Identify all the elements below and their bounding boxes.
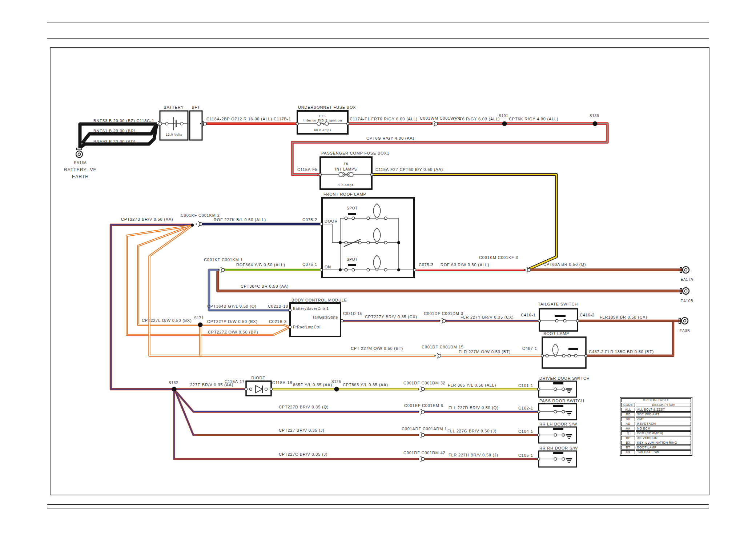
pass-ground xyxy=(567,413,571,414)
fuse-f5-symbol xyxy=(339,172,343,177)
contact xyxy=(554,434,557,436)
pin-icon xyxy=(371,173,373,176)
label-frc: FrRoofLmpCtrl xyxy=(293,325,321,329)
contact xyxy=(345,217,347,220)
rrrh-ground xyxy=(568,462,570,463)
option-description: KEY ILLUMINATION RING xyxy=(636,441,691,445)
pin-icon xyxy=(320,223,323,225)
label-pass-sw: PASS DOOR SWITCH xyxy=(539,399,584,403)
rrlh-bar xyxy=(553,428,563,430)
label-c416-2: C416-2 xyxy=(580,313,595,317)
option-code: BP xyxy=(621,436,635,440)
contact xyxy=(384,241,387,244)
contact xyxy=(574,354,577,357)
connector-icon xyxy=(435,122,438,125)
boot-lamp-box xyxy=(542,337,586,368)
roof-lamp-spot1 xyxy=(376,217,378,219)
label-battery: BATTERY xyxy=(164,105,184,109)
label-cpt227y: CPT227Y BR/V 0.35 (CX) xyxy=(365,315,417,319)
label-s139: S139 xyxy=(590,114,599,118)
label-ef1-desc: Interior F/B 2 Ignition xyxy=(303,118,342,122)
connector-icon xyxy=(199,223,202,225)
contact xyxy=(568,354,571,357)
label-int-lamps: INT LAMPS xyxy=(335,167,357,171)
rrrh-ground xyxy=(566,458,572,459)
label-tgs: TailGateState xyxy=(313,315,338,319)
connector-icon xyxy=(528,268,531,271)
contact xyxy=(367,268,370,271)
connector-icon xyxy=(418,388,419,390)
rrlh-ground xyxy=(567,436,571,438)
contact xyxy=(345,241,347,244)
label-c115a17: C115A-17 xyxy=(225,379,245,384)
label-cpt227j: CPT227 BR/V 0.35 (J) xyxy=(279,428,324,432)
wiring-diagram-page: { "page": {"background": "#ffffff", "she… xyxy=(0,0,756,535)
label-c101-1: C101-1 xyxy=(518,383,533,388)
option-table-row: ALLALL BOLT & ZEST xyxy=(621,408,691,412)
label-tailgate: TAILGATE SWITCH xyxy=(538,302,578,306)
connector-icon xyxy=(422,388,425,391)
option-code: CX xyxy=(621,450,635,454)
label-c001ef6: C001EF C001EM 6 xyxy=(404,403,443,408)
option-description: XE VERSION xyxy=(636,436,691,440)
option-code: BX xyxy=(621,441,635,445)
connector-icon xyxy=(159,122,162,125)
label-c487-1: C487-1 xyxy=(522,346,537,351)
label-c001km3: C001KM C001KF 3 xyxy=(479,255,518,260)
wire-cpt227c-core1 xyxy=(174,391,419,459)
option-table-row: BRAMT xyxy=(621,417,691,421)
driver-bar xyxy=(553,382,563,384)
label-cpt6g: CPT6G R/GY 4.00 (AA) xyxy=(366,136,414,140)
wire-cpt227l xyxy=(138,225,200,325)
label-c001adf1: C001ADF C001ADM 1 xyxy=(402,427,447,431)
label-c104-1: C104-1 xyxy=(518,429,533,434)
label-c001df15: C001DF C001DM 15 xyxy=(422,345,464,349)
wires-layer xyxy=(80,124,683,459)
option-table-row: BXKEY ILLUMINATION RING xyxy=(621,441,691,445)
label-flr865: FLR 865 Y/L 0.50 (ALL) xyxy=(448,383,496,387)
component-boxes-layer xyxy=(160,111,586,467)
option-table-row: ADREVOTRON xyxy=(621,422,691,426)
label-c075-3: C075-3 xyxy=(419,263,434,267)
connector-icon xyxy=(196,223,197,225)
connector-icon xyxy=(200,123,201,124)
connector-icon xyxy=(438,354,441,357)
ground-ea13a xyxy=(78,153,81,156)
contact xyxy=(562,410,565,413)
label-bne93: BNE93 B 20.00 (AD) xyxy=(93,139,136,144)
ground-ea3b xyxy=(684,320,686,322)
label-c001kf1: C001KF C001KM 1 xyxy=(204,257,243,262)
ground-ea13a xyxy=(77,148,82,150)
option-description: BOOT LAMP xyxy=(636,446,691,450)
option-code: AA xyxy=(621,427,635,431)
option-table-row: BZSDE W/O AMT xyxy=(621,412,691,416)
label-spot2: SPOT xyxy=(347,257,358,261)
label-driver-sw: DRIVER DOOR SWITCH xyxy=(539,376,590,380)
label-cpt227c: CPT227C BR/V 0.35 (J) xyxy=(279,452,327,456)
pin-icon xyxy=(585,355,587,357)
contact xyxy=(554,458,557,460)
option-description: TAILGATE SW xyxy=(636,450,691,454)
contact xyxy=(562,434,565,436)
rrlh-ground xyxy=(566,434,572,435)
label-c001df32: C001DF C001DM 32 xyxy=(403,381,446,385)
diode-symbol xyxy=(265,388,268,391)
driver-ground xyxy=(567,391,571,392)
label-cpt227z: CPT227Z O/W 0.50 (BP) xyxy=(208,330,258,334)
pin-icon xyxy=(538,434,540,436)
label-cpt6k: CPT6K R/GY 4.00 (ALL) xyxy=(509,117,558,121)
label-ea17a: EA17A xyxy=(680,278,693,282)
driver-ground xyxy=(566,388,572,390)
option-code: AD xyxy=(621,422,635,426)
option-description: AMT xyxy=(636,417,691,421)
battery-symbol xyxy=(165,122,168,125)
labels-layer: BNE53 B 20.00 (BZ) C118C-1BNE61 B 20.00 … xyxy=(64,105,693,458)
label-cpt227d: CPT227D BR/V 0.35 (Q) xyxy=(279,405,329,409)
label-c075-1: C075-1 xyxy=(302,262,317,267)
option-table-header-desc: DESCRIPTION xyxy=(636,403,691,407)
option-description: BCM (COMMON) xyxy=(636,431,691,435)
label-flr227h: FLR 227H BR/V 0.50 (J) xyxy=(449,453,498,457)
fuse-ef1-symbol xyxy=(317,122,321,125)
contact xyxy=(562,354,565,357)
option-table-row: BPXE VERSION xyxy=(621,436,691,440)
